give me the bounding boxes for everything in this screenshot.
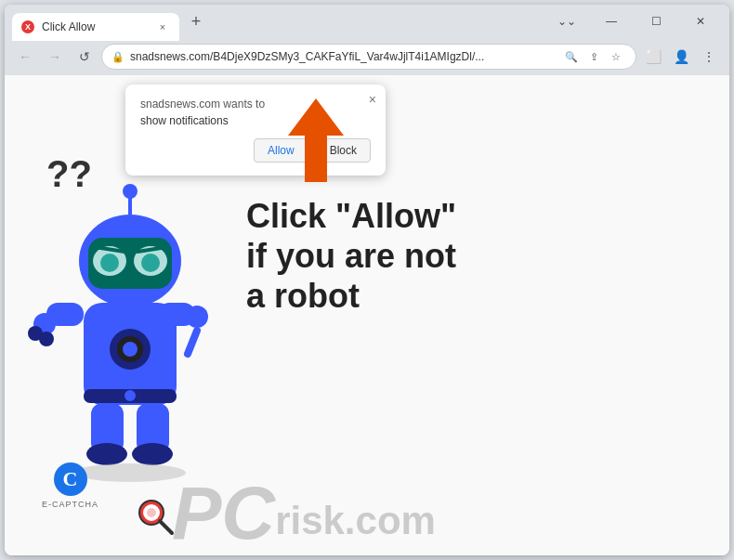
forward-button[interactable]: → <box>42 44 68 70</box>
main-message: Click "Allow" if you are not a robot <box>246 196 456 317</box>
pc-text: PC <box>172 476 275 551</box>
popup-close-icon[interactable]: × <box>369 92 376 107</box>
close-button[interactable]: ✕ <box>679 7 722 36</box>
main-text-line2: if you are not <box>246 236 456 276</box>
svg-point-16 <box>123 342 138 357</box>
tab-title: Click Allow <box>42 20 148 33</box>
tab-favicon: X <box>21 20 34 33</box>
search-url-icon[interactable]: 🔍 <box>561 46 582 67</box>
main-text-line3: a robot <box>246 276 456 316</box>
main-text-line1: Click "Allow" <box>246 196 456 236</box>
browser-tab[interactable]: X Click Allow × <box>12 13 179 41</box>
svg-point-18 <box>125 390 136 401</box>
tab-close-btn[interactable]: × <box>155 20 170 34</box>
svg-point-12 <box>123 184 138 199</box>
refresh-button[interactable]: ↺ <box>72 44 98 70</box>
url-text: snadsnews.com/B4DjeX9DzSMy3_CAKFaYfiL_Va… <box>130 50 556 63</box>
svg-line-29 <box>188 331 197 354</box>
window-controls: ⌄⌄ — ☐ ✕ <box>545 7 722 36</box>
svg-point-26 <box>39 332 54 346</box>
svg-marker-1 <box>288 98 344 182</box>
robot-illustration: ?? <box>28 131 232 484</box>
new-tab-button[interactable]: + <box>183 8 209 34</box>
arrow-indicator <box>279 94 353 190</box>
svg-point-7 <box>100 254 119 272</box>
address-bar: ← → ↺ 🔒 snadsnews.com/B4DjeX9DzSMy3_CAKF… <box>5 38 729 75</box>
svg-point-8 <box>141 254 160 272</box>
robot-svg: ?? <box>28 131 232 484</box>
url-actions: 🔍 ⇪ ☆ <box>561 46 626 67</box>
risk-text: risk.com <box>275 499 436 551</box>
bookmark-icon[interactable]: ☆ <box>606 46 626 67</box>
maximize-button[interactable]: ☐ <box>635 7 677 36</box>
pcrisk-logo: PC risk.com <box>79 476 436 551</box>
url-bar[interactable]: 🔒 snadsnews.com/B4DjeX9DzSMy3_CAKFaYfiL_… <box>101 44 636 70</box>
pcrisk-search-icon <box>135 496 176 537</box>
minimize-button[interactable]: — <box>590 7 633 36</box>
svg-line-34 <box>160 521 172 533</box>
back-button[interactable]: ← <box>12 44 38 70</box>
title-bar: X Click Allow × + ⌄⌄ — ☐ ✕ <box>5 5 729 38</box>
svg-point-22 <box>132 443 173 465</box>
svg-point-33 <box>147 508 156 517</box>
lock-icon: 🔒 <box>111 51 125 63</box>
page-content: × snadsnews.com wants to show notificati… <box>5 75 729 555</box>
tab-area: X Click Allow × + <box>12 5 542 38</box>
browser-window: X Click Allow × + ⌄⌄ — ☐ ✕ ← → ↺ 🔒 snads… <box>5 5 729 555</box>
svg-text:??: ?? <box>46 153 92 194</box>
svg-point-28 <box>186 306 208 328</box>
profile-button[interactable]: 👤 <box>668 44 694 70</box>
menu-button[interactable]: ⋮ <box>696 44 722 70</box>
share-icon[interactable]: ⇪ <box>583 46 604 67</box>
extensions-button[interactable]: ⬜ <box>640 44 666 70</box>
browser-actions: ⬜ 👤 ⋮ <box>640 44 722 70</box>
chevron-icon: ⌄⌄ <box>545 7 588 36</box>
arrow-svg <box>279 94 353 187</box>
